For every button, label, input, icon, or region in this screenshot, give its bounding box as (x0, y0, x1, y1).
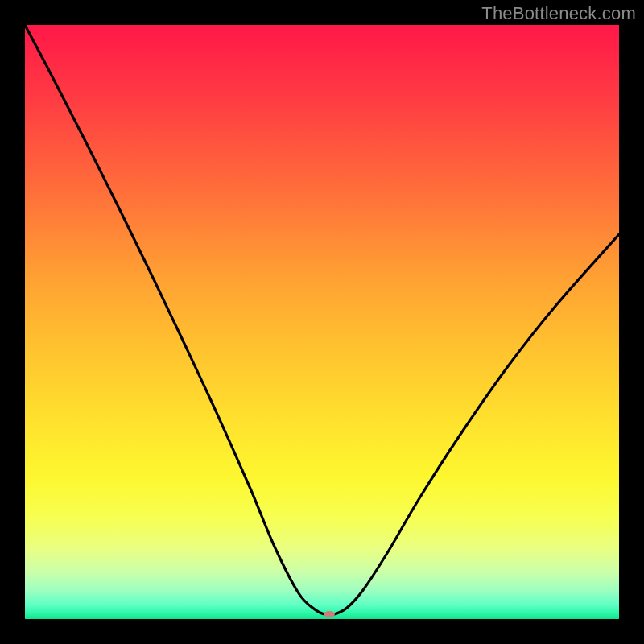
chart-frame: TheBottleneck.com (0, 0, 644, 644)
curve-layer (25, 25, 619, 619)
bottleneck-curve (25, 25, 619, 615)
optimum-marker (324, 611, 335, 617)
plot-area (25, 25, 619, 619)
watermark-text: TheBottleneck.com (481, 3, 636, 24)
